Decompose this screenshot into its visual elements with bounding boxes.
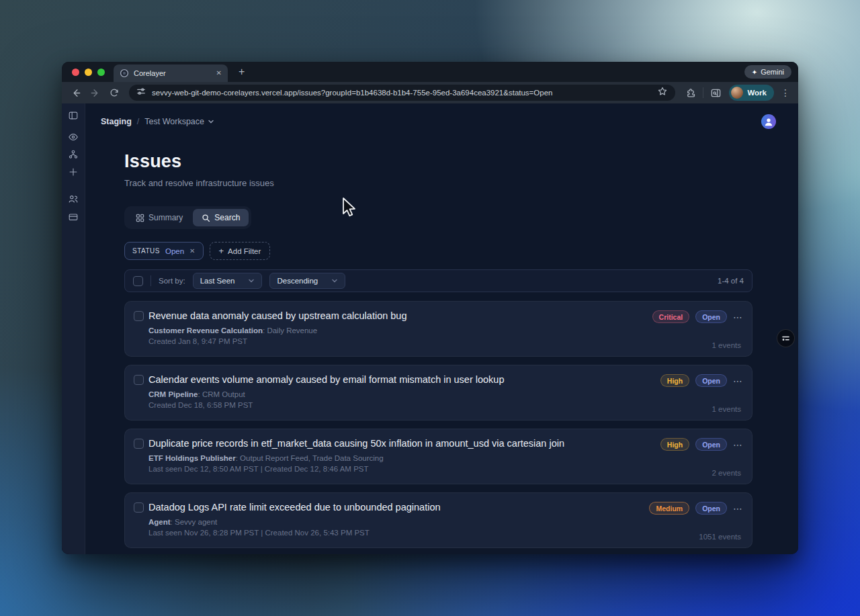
sort-by-label: Sort by: bbox=[159, 277, 185, 285]
tab-summary[interactable]: Summary bbox=[127, 209, 191, 226]
billing-card-icon[interactable] bbox=[67, 211, 79, 223]
severity-badge: Medium bbox=[649, 502, 689, 515]
filter-bar: STATUS Open ✕ + Add Filter bbox=[124, 242, 752, 260]
issue-timestamps: Created Jan 8, 9:47 PM PST bbox=[148, 337, 742, 345]
toolbar-lines-icon bbox=[781, 334, 790, 343]
status-filter-chip[interactable]: STATUS Open ✕ bbox=[124, 242, 204, 260]
app-content: Staging / Test Workspace Issues Track an… bbox=[85, 103, 798, 554]
issue-title[interactable]: Revenue data anomaly caused by upstream … bbox=[148, 310, 407, 321]
grid-icon bbox=[136, 214, 144, 222]
chevron-down-icon bbox=[248, 277, 255, 284]
breadcrumb-environment[interactable]: Staging bbox=[101, 117, 132, 126]
gemini-label: Gemini bbox=[761, 68, 784, 76]
tab-title: Corelayer bbox=[134, 69, 212, 77]
app-sidebar-rail bbox=[62, 103, 85, 554]
extensions-icon[interactable] bbox=[682, 85, 699, 101]
issue-card[interactable]: Datadog Logs API rate limit exceeded due… bbox=[124, 492, 752, 548]
observe-eye-icon[interactable] bbox=[67, 131, 79, 143]
issue-checkbox[interactable] bbox=[134, 439, 144, 449]
breadcrumb-workspace: Test Workspace bbox=[144, 117, 204, 126]
url-bar[interactable]: sevvy-web-git-demo-corelayers.vercel.app… bbox=[129, 85, 675, 101]
user-avatar[interactable] bbox=[761, 114, 776, 129]
select-all-checkbox[interactable] bbox=[133, 276, 143, 286]
filter-value: Open bbox=[165, 247, 184, 255]
severity-badge: High bbox=[660, 374, 689, 387]
page-title: Issues bbox=[124, 151, 752, 172]
gemini-button[interactable]: ✦ Gemini bbox=[744, 65, 791, 79]
person-icon bbox=[763, 116, 774, 127]
sparkle-icon: ✦ bbox=[752, 69, 757, 76]
issue-checkbox[interactable] bbox=[134, 502, 144, 513]
issue-menu-icon[interactable]: ⋯ bbox=[733, 440, 743, 449]
favicon-icon bbox=[120, 69, 129, 78]
zoom-window-button[interactable] bbox=[97, 69, 105, 76]
issue-event-count: 1 events bbox=[712, 405, 741, 413]
issue-source: Agent: Sevvy agent bbox=[148, 518, 742, 526]
severity-badge: Critical bbox=[652, 310, 690, 323]
sort-direction-select[interactable]: Descending bbox=[269, 273, 345, 289]
browser-window: Corelayer ✕ + ✦ Gemini bbox=[62, 62, 798, 554]
desktop-wallpaper: Corelayer ✕ + ✦ Gemini bbox=[0, 0, 860, 616]
team-members-icon[interactable] bbox=[67, 193, 79, 205]
sidebar-toggle-icon[interactable] bbox=[67, 109, 79, 122]
new-tab-button[interactable]: + bbox=[239, 67, 245, 77]
search-icon bbox=[202, 214, 210, 222]
issue-checkbox[interactable] bbox=[134, 375, 144, 385]
issue-menu-icon[interactable]: ⋯ bbox=[733, 504, 743, 513]
chevron-down-icon bbox=[331, 277, 338, 284]
result-count: 1-4 of 4 bbox=[718, 277, 744, 285]
issue-title[interactable]: Calendar events volume anomaly caused by… bbox=[148, 374, 505, 385]
browser-toolbar: sevvy-web-git-demo-corelayers.vercel.app… bbox=[62, 82, 798, 103]
tab-close-icon[interactable]: ✕ bbox=[216, 70, 222, 77]
issue-title[interactable]: Datadog Logs API rate limit exceeded due… bbox=[148, 502, 441, 513]
breadcrumb-separator: / bbox=[137, 117, 139, 126]
add-filter-button[interactable]: + Add Filter bbox=[210, 242, 271, 260]
sort-bar: Sort by: Last Seen Descending 1-4 of 4 bbox=[124, 269, 752, 292]
close-window-button[interactable] bbox=[72, 69, 79, 76]
browser-profile-button[interactable]: Work bbox=[729, 85, 774, 101]
vercel-toolbar-button[interactable] bbox=[777, 329, 795, 347]
minimize-window-button[interactable] bbox=[85, 69, 92, 76]
forward-button[interactable] bbox=[87, 85, 103, 101]
back-button[interactable] bbox=[68, 85, 85, 101]
issue-timestamps: Last seen Dec 12, 8:50 AM PST | Created … bbox=[148, 465, 742, 473]
severity-badge: High bbox=[660, 438, 689, 451]
bookmark-star-icon[interactable] bbox=[657, 86, 668, 99]
tab-search[interactable]: Search bbox=[193, 209, 249, 226]
status-badge: Open bbox=[695, 438, 727, 451]
issue-checkbox[interactable] bbox=[134, 311, 144, 321]
tab-search-label: Search bbox=[214, 213, 240, 222]
issue-timestamps: Created Dec 18, 6:58 PM PST bbox=[148, 401, 742, 409]
side-panel-icon[interactable] bbox=[707, 85, 724, 101]
issue-source: ETF Holdings Publisher: Output Report Fe… bbox=[148, 454, 742, 462]
toolbar-divider bbox=[703, 87, 703, 98]
browser-tab-corelayer[interactable]: Corelayer ✕ bbox=[114, 64, 228, 82]
issue-card[interactable]: Revenue data anomaly caused by upstream … bbox=[124, 301, 752, 357]
add-icon[interactable] bbox=[67, 166, 79, 178]
browser-menu-icon[interactable]: ⋮ bbox=[779, 87, 792, 98]
workspace-selector[interactable]: Test Workspace bbox=[144, 117, 214, 126]
remove-filter-icon[interactable]: ✕ bbox=[189, 247, 195, 255]
issue-title[interactable]: Duplicate price records in etf_market_da… bbox=[148, 438, 564, 449]
issue-event-count: 1 events bbox=[712, 341, 741, 349]
status-badge: Open bbox=[695, 374, 727, 387]
filter-key: STATUS bbox=[132, 247, 160, 255]
chevron-down-icon bbox=[208, 118, 214, 125]
browser-tabstrip: Corelayer ✕ + ✦ Gemini bbox=[62, 62, 798, 82]
issue-source: Customer Revenue Calculation: Daily Reve… bbox=[148, 326, 742, 335]
issues-page: Issues Track and resolve infrastructure … bbox=[85, 140, 798, 554]
issue-menu-icon[interactable]: ⋯ bbox=[733, 312, 743, 322]
profile-avatar bbox=[731, 87, 743, 99]
issue-card[interactable]: Duplicate price records in etf_market_da… bbox=[124, 429, 752, 484]
page-subtitle: Track and resolve infrastructure issues bbox=[124, 178, 752, 188]
reload-button[interactable] bbox=[105, 85, 122, 101]
issue-menu-icon[interactable]: ⋯ bbox=[733, 376, 743, 386]
pipeline-graph-icon[interactable] bbox=[67, 148, 79, 161]
site-settings-icon[interactable] bbox=[136, 87, 146, 99]
issue-event-count: 2 events bbox=[712, 469, 741, 477]
issue-card[interactable]: Calendar events volume anomaly caused by… bbox=[124, 365, 752, 421]
breadcrumb: Staging / Test Workspace bbox=[101, 117, 214, 126]
window-controls bbox=[62, 69, 114, 76]
sort-field-select[interactable]: Last Seen bbox=[193, 273, 263, 289]
sort-field-value: Last Seen bbox=[200, 277, 235, 285]
